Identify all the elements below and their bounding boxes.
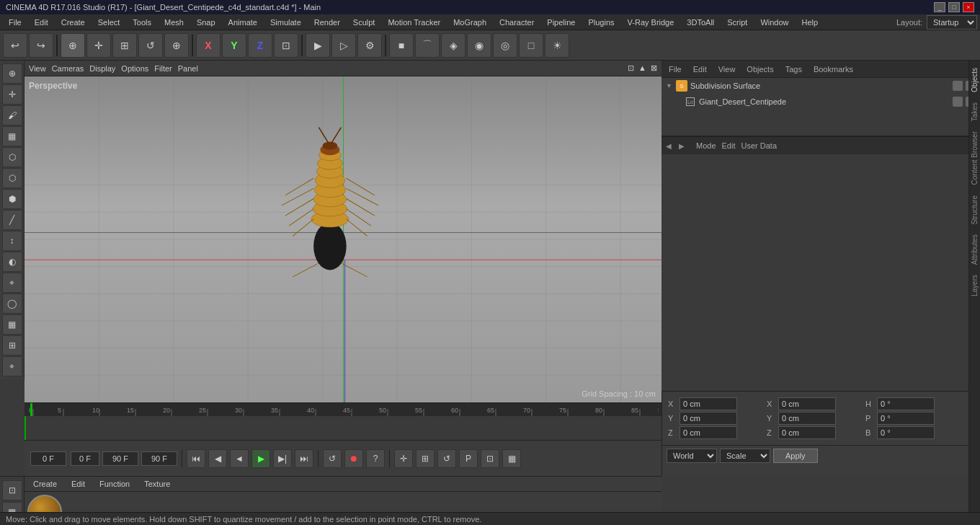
keyframe-all-btn[interactable]: ⊡	[481, 449, 499, 468]
cube-btn[interactable]: ■	[389, 33, 414, 58]
next-frame-btn[interactable]: ▶|	[273, 449, 292, 468]
lt-extrude-btn[interactable]: ⬡	[2, 147, 22, 167]
close-btn[interactable]: ×	[963, 2, 974, 12]
y-size-input[interactable]	[778, 412, 836, 425]
obj-objects-btn[interactable]: Objects	[744, 65, 776, 74]
max-frame-input[interactable]	[141, 451, 177, 466]
tab-attributes[interactable]: Attributes	[970, 230, 980, 269]
x-pos-input[interactable]	[680, 397, 737, 410]
menu-window[interactable]: Window	[754, 17, 794, 28]
tab-objects[interactable]: Objects	[970, 63, 980, 97]
lt-edges-btn[interactable]: ╱	[2, 210, 22, 230]
tab-layers[interactable]: Layers	[970, 270, 980, 301]
tab-content-browser[interactable]: Content Browser	[970, 127, 980, 189]
layout-select[interactable]: Startup	[927, 15, 977, 30]
camera-btn[interactable]: □	[519, 33, 543, 58]
mat-create[interactable]: Create	[29, 478, 61, 490]
tab-takes[interactable]: Takes	[970, 98, 980, 125]
render-view-btn[interactable]: ▶	[306, 33, 330, 58]
mode-label[interactable]: Mode	[696, 141, 716, 150]
lt-box-btn[interactable]: ▦	[2, 126, 22, 146]
obj-view-btn[interactable]: View	[716, 65, 739, 74]
go-start-btn[interactable]: ⏮	[187, 449, 205, 468]
y-axis-btn[interactable]: Y	[222, 33, 246, 58]
keyframe-pos-btn[interactable]: P	[459, 449, 478, 468]
menu-select[interactable]: Select	[92, 17, 126, 28]
menu-help[interactable]: Help	[796, 17, 824, 28]
z-pos-input[interactable]	[680, 426, 737, 439]
current-frame-input[interactable]	[71, 451, 99, 466]
deformer-btn[interactable]: ◉	[467, 33, 491, 58]
viewport-options[interactable]: Options	[121, 64, 148, 73]
lt-camera-btn[interactable]: ⌖	[2, 356, 22, 376]
keyframe-move-btn[interactable]: ✛	[394, 449, 413, 468]
viewport-canvas[interactable]: Perspective	[24, 76, 662, 402]
menu-mograph[interactable]: MoGraph	[447, 17, 492, 28]
nurbs-btn[interactable]: ◈	[441, 33, 466, 58]
play-back-btn[interactable]: ◄	[230, 449, 249, 468]
render-settings-btn[interactable]: ⚙	[357, 33, 382, 58]
obj-vis-2[interactable]	[953, 97, 963, 107]
viewport[interactable]: View Cameras Display Options Filter Pane…	[24, 61, 662, 402]
lt-select-btn[interactable]: ⊕	[2, 63, 22, 84]
menu-file[interactable]: File	[3, 17, 27, 28]
x-axis-btn[interactable]: X	[196, 33, 220, 58]
viewport-display[interactable]: Display	[89, 64, 115, 73]
menu-pipeline[interactable]: Pipeline	[541, 17, 581, 28]
mat-function[interactable]: Function	[95, 478, 134, 490]
keyframe-rot-btn[interactable]: ↺	[437, 449, 456, 468]
transform-btn[interactable]: ⊕	[164, 33, 189, 58]
z-axis-btn[interactable]: Z	[248, 33, 272, 58]
viewport-settings[interactable]: ▲	[638, 63, 646, 73]
p-input[interactable]	[877, 412, 935, 425]
lt-poly-btn[interactable]: ⬢	[2, 189, 22, 209]
loop-btn[interactable]: ↺	[323, 449, 342, 468]
obj-item-centipede[interactable]: Lo Giant_Desert_Centipede	[662, 94, 980, 110]
x-size-input[interactable]	[778, 397, 836, 410]
lt-tweak-btn[interactable]: ◐	[2, 252, 22, 272]
menu-animate[interactable]: Animate	[223, 17, 263, 28]
env-btn[interactable]: ◎	[493, 33, 517, 58]
restore-btn[interactable]: □	[948, 2, 960, 12]
lt-grid-btn[interactable]: ▦	[2, 314, 22, 335]
menu-3dtoall[interactable]: 3DToAll	[681, 17, 720, 28]
select-model-btn[interactable]: ⊕	[61, 33, 85, 58]
lt-paint-btn[interactable]: 🖌	[2, 105, 22, 125]
prev-frame-btn[interactable]: ◀	[208, 449, 227, 468]
menu-create[interactable]: Create	[55, 17, 91, 28]
obj-bookmarks-btn[interactable]: Bookmarks	[811, 65, 856, 74]
viewport-close[interactable]: ⊠	[651, 63, 657, 73]
menu-script[interactable]: Script	[721, 17, 753, 28]
b-input[interactable]	[877, 426, 935, 439]
menu-sculpt[interactable]: Sculpt	[347, 17, 381, 28]
move-btn[interactable]: ✛	[86, 33, 111, 58]
menu-tools[interactable]: Tools	[127, 17, 157, 28]
world-dropdown[interactable]: World	[667, 449, 717, 463]
lt-snapping-btn[interactable]: ⊞	[2, 335, 22, 356]
redo-btn[interactable]: ↪	[29, 33, 53, 58]
end-frame-input[interactable]	[102, 451, 138, 466]
obj-file-btn[interactable]: File	[666, 65, 685, 74]
scale-btn[interactable]: ⊞	[112, 33, 137, 58]
lt-move-btn[interactable]: ✛	[2, 84, 22, 105]
world-axis-btn[interactable]: ⊡	[274, 33, 298, 58]
tab-structure[interactable]: Structure	[970, 191, 980, 229]
mat-texture[interactable]: Texture	[140, 478, 174, 490]
lt-points-btn[interactable]: ⬡	[2, 168, 22, 188]
menu-edit[interactable]: Edit	[29, 17, 54, 28]
viewport-panel[interactable]: Panel	[178, 64, 198, 73]
attr-edit-label[interactable]: Edit	[722, 141, 736, 150]
menu-vray[interactable]: V-Ray Bridge	[622, 17, 680, 28]
spline-btn[interactable]: ⌒	[415, 33, 440, 58]
mat-edit[interactable]: Edit	[67, 478, 89, 490]
user-data-label[interactable]: User Data	[741, 141, 778, 150]
play-forward-btn[interactable]: ▶	[251, 449, 270, 468]
apply-button[interactable]: Apply	[773, 449, 818, 463]
help-btn[interactable]: ?	[366, 449, 385, 468]
obj-vis-1[interactable]	[953, 81, 963, 91]
menu-character[interactable]: Character	[494, 17, 540, 28]
menu-render[interactable]: Render	[308, 17, 346, 28]
start-frame-input[interactable]	[30, 451, 66, 466]
viewport-cameras[interactable]: Cameras	[52, 64, 84, 73]
go-end-btn[interactable]: ⏭	[295, 449, 313, 468]
